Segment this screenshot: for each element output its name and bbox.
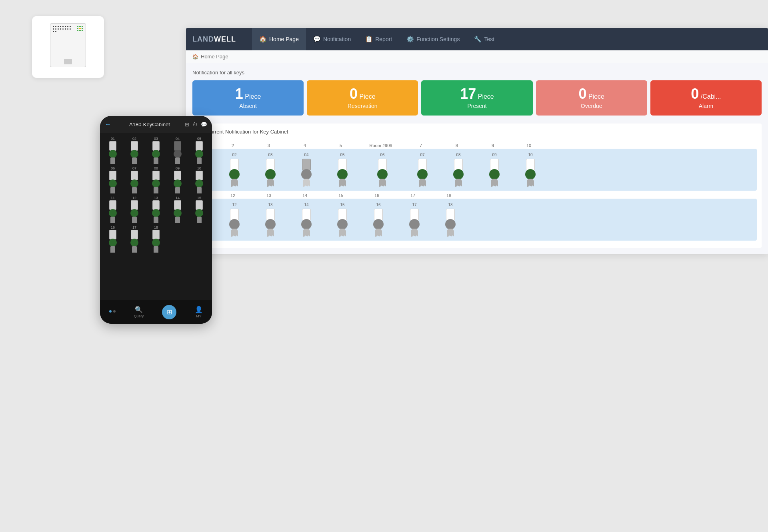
col-header: 15 (323, 193, 359, 198)
tablet-key-stem (197, 217, 202, 223)
tablet-key-stem (110, 217, 115, 223)
tablet-key-ring (195, 209, 203, 217)
tablet-nav-my[interactable]: 👤 MY (195, 306, 203, 318)
brand-well: WELL (214, 35, 236, 43)
key-ring (377, 169, 388, 179)
nav-test[interactable]: 🔧 Test (467, 28, 502, 50)
key-ring (337, 169, 348, 179)
tablet-key-stem (154, 157, 158, 164)
tablet-key-tag (174, 171, 181, 180)
nav-notification-label: Notification (323, 36, 351, 42)
nav-report-label: Report (375, 36, 392, 42)
tablet-key-ring (174, 179, 182, 187)
tablet-key-tag (152, 141, 160, 151)
stat-alarm: 0 /Cabi... Alarm (650, 80, 762, 116)
stat-absent-label: Absent (197, 103, 299, 109)
tablet-slot-05: 05 (190, 137, 209, 164)
key-body (231, 179, 238, 187)
nav-report[interactable]: 📋 Report (358, 28, 399, 50)
stat-alarm-count: 0 /Cabi... (655, 87, 757, 101)
tablet-expand-icon[interactable]: ⊞ (185, 122, 189, 128)
cabinet-section: 🔴 Current Notification for Key Cabinet 2… (192, 124, 762, 248)
nav-notification[interactable]: 💬 Notification (306, 28, 358, 50)
tablet-key-tag (152, 171, 160, 180)
tablet-slot-14: 14 (168, 196, 187, 223)
col-header-room: Room #906 (359, 143, 403, 148)
col-header: 8 (439, 143, 475, 148)
col-header: 12 (215, 193, 251, 198)
tablet-slot-01: 01 (103, 137, 122, 164)
tablet-device: ← A180-KeyCabinet ⊞ ⏱ 💬 01 02 03 (100, 116, 212, 324)
col-header: 10 (511, 143, 547, 148)
tablet-key-ring (130, 179, 138, 187)
tablet-slot-16: 16 (103, 225, 122, 253)
key-ring-absent (301, 169, 312, 179)
nav-function-settings[interactable]: ⚙️ Function Settings (399, 28, 467, 50)
col-header: 9 (475, 143, 511, 148)
tablet-key-tag (131, 171, 138, 180)
tablet-key-stem (132, 246, 137, 253)
nav-home[interactable]: 🏠 Home Page (252, 28, 306, 50)
tablet-key-ring (109, 239, 117, 247)
tablet-key-stem (132, 187, 137, 193)
key-ring (525, 169, 536, 179)
tablet-clock-icon[interactable]: ⏱ (192, 122, 198, 128)
stat-absent-count: 1 Piece (197, 87, 299, 101)
tablet-key-ring (152, 239, 160, 247)
tablet-top-bar: ← A180-KeyCabinet ⊞ ⏱ 💬 (100, 116, 212, 133)
stat-overdue-count: 0 Piece (541, 87, 642, 101)
key-slot-09: 09 (476, 153, 512, 187)
key-slot-03: 03 (252, 153, 288, 187)
tablet-key-stem (110, 157, 115, 164)
key-body (375, 229, 382, 237)
tablet-back-button[interactable]: ← (105, 121, 111, 128)
stat-overdue: 0 Piece Overdue (536, 80, 647, 116)
tablet-key-tag (131, 230, 138, 239)
tablet-my-label: MY (196, 314, 202, 318)
key-slot-06: 06 (360, 153, 404, 187)
col-header: 17 (395, 193, 431, 198)
dot-active (109, 310, 112, 313)
stat-reservation-count: 0 Piece (312, 87, 413, 101)
tablet-key-tag (196, 141, 203, 151)
tablet-key-stem (132, 157, 137, 164)
key-ring (373, 219, 384, 229)
tablet-bottom-bar: 🔍 Query ⊞ 👤 MY (100, 300, 212, 324)
tablet-nav-home[interactable]: ⊞ (162, 305, 176, 319)
tablet-chat-icon[interactable]: 💬 (201, 122, 207, 128)
tablet-key-tag (109, 171, 116, 180)
key-body (231, 229, 238, 237)
key-body (419, 179, 426, 187)
key-row-2: 12 13 14 (197, 199, 757, 241)
tablet-key-stem (154, 187, 158, 193)
notification-nav-icon: 💬 (313, 36, 321, 43)
key-ring (301, 219, 312, 229)
stat-overdue-label: Overdue (541, 103, 642, 109)
key-slot-08: 08 (440, 153, 476, 187)
col-header: 4 (287, 143, 323, 148)
stat-reservation: 0 Piece Reservation (307, 80, 418, 116)
tablet-key-tag (174, 200, 181, 210)
tablet-slot-13: 13 (146, 196, 166, 223)
key-ring (265, 169, 276, 179)
tablet-content: 01 02 03 04 (100, 133, 212, 300)
home-nav-icon: 🏠 (259, 36, 267, 43)
stat-reservation-label: Reservation (312, 103, 413, 109)
tablet-key-ring (109, 209, 117, 217)
tablet-key-stem (110, 246, 115, 253)
brand-logo: LANDWELL (192, 35, 244, 44)
stat-present-count: 17 Piece (426, 87, 528, 101)
key-slot-02: 02 (216, 153, 252, 187)
tablet-slot-04-absent: 04 (168, 137, 187, 164)
col-header: 3 (251, 143, 287, 148)
tablet-nav-query[interactable]: 🔍 Query (134, 306, 144, 318)
key-ring (229, 169, 240, 179)
content-area: Notification for all keys 1 Piece Absent… (186, 63, 768, 254)
tablet-slot-18: 18 (146, 225, 166, 253)
tablet-key-grid: 01 02 03 04 (103, 137, 209, 253)
dot-inactive (113, 310, 116, 313)
stat-absent: 1 Piece Absent (192, 80, 304, 116)
col-header: 2 (215, 143, 251, 148)
tablet-key-ring-absent (174, 150, 182, 158)
tablet-key-ring (130, 239, 138, 247)
